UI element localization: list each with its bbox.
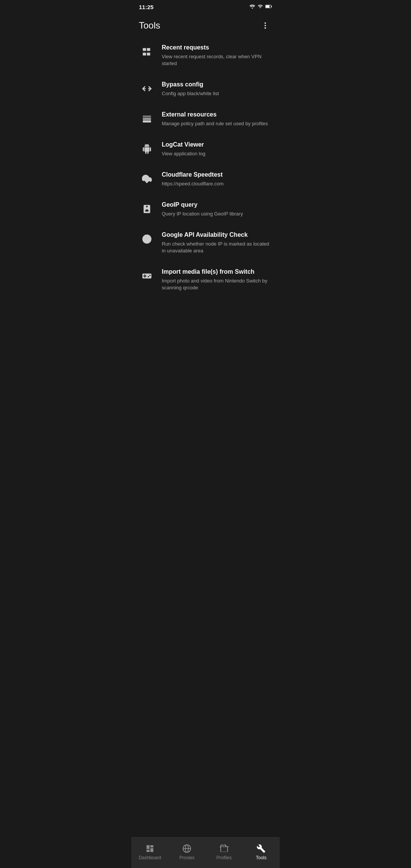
tool-subtitle-import-media: Import photo and video from Nintendo Swi… [162, 278, 272, 291]
svg-point-4 [264, 25, 266, 26]
more-options-button[interactable] [258, 19, 272, 32]
tool-title-cloudflare-speedtest: Cloudflare Speedtest [162, 171, 272, 179]
svg-rect-7 [143, 53, 146, 56]
tool-text-cloudflare-speedtest: Cloudflare Speedtest https://speed.cloud… [162, 171, 272, 187]
tool-subtitle-bypass-config: Config app black/white list [162, 90, 272, 97]
tool-item-external-resources[interactable]: External resources Manage policy path an… [131, 104, 280, 134]
tool-item-geoip-query[interactable]: GeoIP query Query IP location using GeoI… [131, 194, 280, 224]
tool-text-geoip-query: GeoIP query Query IP location using GeoI… [162, 201, 272, 217]
tools-list: Recent requests View recent request reco… [131, 37, 280, 837]
tool-item-recent-requests[interactable]: Recent requests View recent request reco… [131, 37, 280, 74]
status-bar: 11:25 [131, 0, 280, 13]
tool-title-logcat-viewer: LogCat Viewer [162, 141, 272, 149]
tool-subtitle-google-api-check: Run check whether node IP is marked as l… [162, 241, 272, 254]
tool-text-logcat-viewer: LogCat Viewer View application log [162, 141, 272, 157]
header: Tools [131, 13, 280, 37]
tool-subtitle-geoip-query: Query IP location using GeoIP library [162, 211, 272, 217]
tool-title-external-resources: External resources [162, 111, 272, 119]
svg-rect-6 [143, 48, 146, 51]
tool-title-recent-requests: Recent requests [162, 44, 272, 52]
signal-icon [258, 4, 263, 10]
profiles-nav-icon [219, 844, 229, 854]
nav-label-proxies: Proxies [179, 855, 194, 860]
tool-text-google-api-check: Google API Availability Check Run check … [162, 231, 272, 254]
book-icon [139, 201, 155, 217]
tool-item-bypass-config[interactable]: Bypass config Config app black/white lis… [131, 74, 280, 104]
target-icon [139, 231, 155, 247]
android-icon [139, 141, 155, 157]
tool-item-google-api-check[interactable]: Google API Availability Check Run check … [131, 224, 280, 261]
svg-rect-2 [271, 6, 272, 7]
svg-rect-9 [147, 53, 150, 56]
nav-item-dashboard[interactable]: Dashboard [131, 841, 169, 862]
layers-icon [139, 111, 155, 127]
tool-text-bypass-config: Bypass config Config app black/white lis… [162, 81, 272, 97]
more-vert-icon [261, 21, 269, 30]
tool-item-cloudflare-speedtest[interactable]: Cloudflare Speedtest https://speed.cloud… [131, 164, 280, 194]
nav-label-dashboard: Dashboard [139, 855, 161, 860]
tool-item-import-media[interactable]: Import media file(s) from Switch Import … [131, 261, 280, 298]
svg-rect-14 [143, 120, 151, 122]
nav-item-tools[interactable]: Tools [243, 841, 280, 862]
page-title: Tools [139, 20, 160, 31]
bypass-icon [139, 81, 155, 97]
download-icon [139, 171, 155, 187]
bottom-navigation: Dashboard Proxies Profiles Tools [131, 837, 280, 868]
tool-subtitle-external-resources: Manage policy path and rule set used by … [162, 120, 272, 127]
tool-title-google-api-check: Google API Availability Check [162, 231, 272, 239]
gamepad-icon [139, 268, 155, 284]
list-icon [139, 44, 155, 60]
nav-label-tools: Tools [256, 855, 266, 860]
tool-text-recent-requests: Recent requests View recent request reco… [162, 44, 272, 67]
proxies-nav-icon [182, 844, 192, 854]
tools-nav-icon [256, 844, 266, 854]
svg-rect-12 [143, 115, 151, 117]
tool-text-import-media: Import media file(s) from Switch Import … [162, 268, 272, 291]
nav-item-profiles[interactable]: Profiles [206, 841, 243, 862]
tool-title-bypass-config: Bypass config [162, 81, 272, 89]
svg-point-18 [146, 238, 148, 240]
tool-item-logcat-viewer[interactable]: LogCat Viewer View application log [131, 134, 280, 164]
battery-icon [265, 4, 272, 10]
status-time: 11:25 [139, 4, 153, 10]
svg-point-3 [264, 22, 266, 24]
dashboard-nav-icon [145, 844, 155, 854]
svg-rect-8 [147, 48, 150, 51]
status-icons [249, 4, 272, 10]
svg-point-5 [264, 27, 266, 29]
tool-subtitle-recent-requests: View recent request records, clear when … [162, 53, 272, 67]
tool-text-external-resources: External resources Manage policy path an… [162, 111, 272, 127]
tool-subtitle-cloudflare-speedtest: https://speed.cloudflare.com [162, 180, 272, 187]
wifi-icon [249, 4, 255, 10]
svg-rect-1 [266, 5, 269, 8]
svg-rect-13 [143, 118, 151, 120]
tool-title-geoip-query: GeoIP query [162, 201, 272, 209]
nav-item-proxies[interactable]: Proxies [169, 841, 206, 862]
tool-subtitle-logcat-viewer: View application log [162, 150, 272, 157]
tool-title-import-media: Import media file(s) from Switch [162, 268, 272, 276]
nav-label-profiles: Profiles [217, 855, 232, 860]
